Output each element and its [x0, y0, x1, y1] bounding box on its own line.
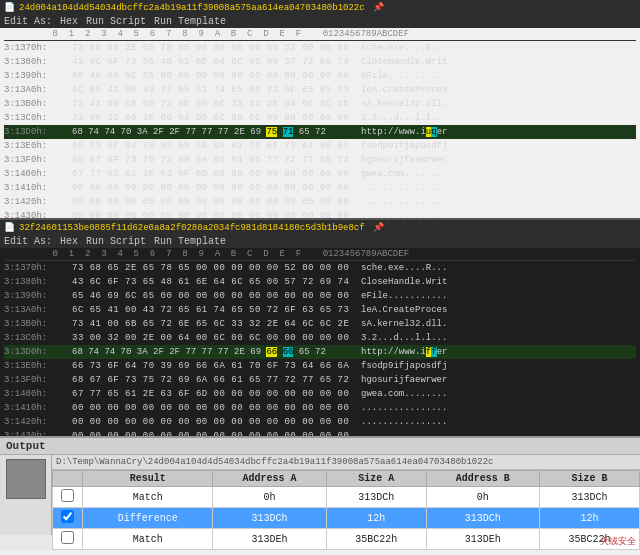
table-row: 3:1370h:73 68 65 2E 65 78 65 00 00 00 00…	[4, 261, 636, 275]
top-file-title: 24d004a104d4d54034dbcffc2a4b19a11f39008a…	[19, 3, 365, 13]
watermark: 火绒安全	[600, 535, 636, 548]
table-header-row: Result Address A Size A Address B Size B	[53, 471, 640, 487]
thumbnail-preview	[6, 459, 46, 499]
table-row: 3:1390h:65 46 69 6C 65 00 00 00 00 00 00…	[4, 289, 636, 303]
table-row: 3:13C0h:33 00 32 00 2E 00 64 00 6C 00 6C…	[4, 331, 636, 345]
addr-a-cell: 313DCh	[213, 508, 326, 529]
bottom-menu-hex[interactable]: Hex	[60, 236, 78, 247]
output-path: D:\Temp\WannaCry\24d004a104d4d54034dbcff…	[52, 455, 640, 470]
table-row: 3:1430h:00 00 00 00 00 00 00 00 00 00 00…	[4, 429, 636, 436]
bottom-menu-run-template[interactable]: Run Template	[154, 236, 226, 247]
table-row: 3:13E0h:66 73 6F 64 70 39 69 66 6A 61 70…	[4, 139, 636, 153]
top-title-bar: 📄 24d004a104d4d54034dbcffc2a4b19a11f3900…	[0, 0, 640, 15]
table-row: 3:13A0h:6C 65 41 00 43 72 65 61 74 65 50…	[4, 83, 636, 97]
addr-a-cell: 313DEh	[213, 529, 326, 550]
bottom-hex-panel: 📄 32f24601153be0885f11d62e0a8a2f0280a203…	[0, 218, 640, 436]
row-checkbox[interactable]	[53, 529, 83, 550]
top-hex-header: 0 1 2 3 4 5 6 7 8 9 A B C D E F 01234567…	[4, 28, 636, 41]
bottom-file-icon: 📄	[4, 222, 15, 233]
col-result: Result	[83, 471, 213, 487]
table-row: 3:1390h:65 46 69 6C 65 00 00 00 00 00 00…	[4, 69, 636, 83]
table-row: Match 0h 313DCh 0h 313DCh	[53, 487, 640, 508]
menu-edit-as[interactable]: Edit As:	[4, 16, 52, 27]
table-row-highlight: 3:13D0h: 68 74 74 70 3A 2F 2F 77 77 77 2…	[4, 125, 636, 139]
col-size-a: Size A	[326, 471, 426, 487]
bottom-pin-icon: 📌	[373, 222, 384, 233]
col-addr-b: Address B	[426, 471, 539, 487]
table-row: 3:13A0h:6C 65 41 00 43 72 65 61 74 65 50…	[4, 303, 636, 317]
top-hex-content: 0 1 2 3 4 5 6 7 8 9 A B C D E F 01234567…	[0, 28, 640, 218]
top-pin-icon: 📌	[373, 2, 384, 13]
col-size-b: Size B	[540, 471, 640, 487]
addr-b-cell: 0h	[426, 487, 539, 508]
table-row-highlight: 3:13D0h: 68 74 74 70 3A 2F 2F 77 77 77 2…	[4, 345, 636, 359]
bottom-menu-run-script[interactable]: Run Script	[86, 236, 146, 247]
result-cell: Difference	[83, 508, 213, 529]
table-row: 3:1370h:73 68 65 2E 65 78 65 00 00 00 00…	[4, 41, 636, 55]
menu-run-template[interactable]: Run Template	[154, 16, 226, 27]
menu-hex[interactable]: Hex	[60, 16, 78, 27]
table-row: 3:13C0h:33 00 32 00 2E 00 64 00 6C 00 6C…	[4, 111, 636, 125]
output-panel: Output D:\Temp\WannaCry\24d004a104d4d540…	[0, 436, 640, 550]
bottom-hex-content: 0 1 2 3 4 5 6 7 8 9 A B C D E F 01234567…	[0, 248, 640, 436]
size-b-cell: 313DCh	[540, 487, 640, 508]
row-checkbox[interactable]	[53, 487, 83, 508]
top-file-icon: 📄	[4, 2, 15, 13]
table-row: 3:13E0h:66 73 6F 64 70 39 69 66 6A 61 70…	[4, 359, 636, 373]
col-checkbox	[53, 471, 83, 487]
table-row: 3:1400h:67 77 65 61 2E 63 6F 6D 00 00 00…	[4, 167, 636, 181]
output-table: Result Address A Size A Address B Size B…	[52, 470, 640, 550]
bottom-menu-bar: Edit As: Hex Run Script Run Template	[0, 235, 640, 248]
table-row: 3:13F0h:68 67 6F 73 75 72 69 6A 66 61 65…	[4, 153, 636, 167]
table-row: 3:13B0h:73 41 00 6B 65 72 6E 65 6C 33 32…	[4, 317, 636, 331]
bottom-title-bar: 📄 32f24601153be0885f11d62e0a8a2f0280a203…	[0, 220, 640, 235]
table-row: 3:1420h:00 00 00 00 00 00 00 00 00 00 00…	[4, 195, 636, 209]
bottom-hex-header: 0 1 2 3 4 5 6 7 8 9 A B C D E F 01234567…	[4, 248, 636, 261]
row-checkbox[interactable]	[53, 508, 83, 529]
table-row: 3:13B0h:73 41 00 6B 65 72 6E 65 6C 33 32…	[4, 97, 636, 111]
size-a-cell: 313DCh	[326, 487, 426, 508]
size-a-cell: 35BC22h	[326, 529, 426, 550]
size-a-cell: 12h	[326, 508, 426, 529]
size-b-cell: 12h	[540, 508, 640, 529]
table-row: 3:1400h:67 77 65 61 2E 63 6F 6D 00 00 00…	[4, 387, 636, 401]
addr-b-cell: 313DEh	[426, 529, 539, 550]
col-addr-a: Address A	[213, 471, 326, 487]
result-cell: Match	[83, 529, 213, 550]
table-row: 3:1410h:00 00 00 00 00 00 00 00 00 00 00…	[4, 181, 636, 195]
table-row: 3:1420h:00 00 00 00 00 00 00 00 00 00 00…	[4, 415, 636, 429]
addr-b-cell: 313DCh	[426, 508, 539, 529]
addr-a-cell: 0h	[213, 487, 326, 508]
table-row: 3:1430h:00 00 00 00 00 00 00 00 00 00 00…	[4, 209, 636, 218]
result-cell: Match	[83, 487, 213, 508]
table-row: Match 313DEh 35BC22h 313DEh 35BC22h	[53, 529, 640, 550]
menu-run-script[interactable]: Run Script	[86, 16, 146, 27]
bottom-menu-edit-as[interactable]: Edit As:	[4, 236, 52, 247]
bottom-file-title: 32f24601153be0885f11d62e0a8a2f0280a2034f…	[19, 223, 365, 233]
output-header: Output	[0, 438, 640, 455]
table-row: 3:1380h:43 6C 6F 73 65 48 61 6E 64 6C 65…	[4, 275, 636, 289]
table-row: 3:1410h:00 00 00 00 00 00 00 00 00 00 00…	[4, 401, 636, 415]
table-row-selected: Difference 313DCh 12h 313DCh 12h	[53, 508, 640, 529]
top-hex-panel: 📄 24d004a104d4d54034dbcffc2a4b19a11f3900…	[0, 0, 640, 218]
top-menu-bar: Edit As: Hex Run Script Run Template	[0, 15, 640, 28]
table-row: 3:1380h:43 6C 6F 73 65 48 61 6E 64 6C 65…	[4, 55, 636, 69]
table-row: 3:13F0h:68 67 6F 73 75 72 69 6A 66 61 65…	[4, 373, 636, 387]
